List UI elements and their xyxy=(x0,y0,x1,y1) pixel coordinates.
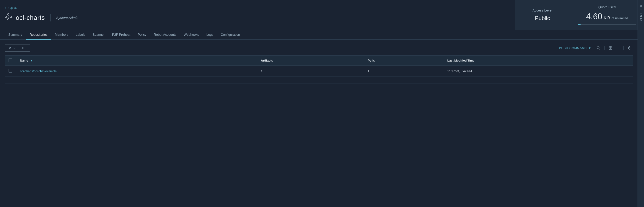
svg-rect-11 xyxy=(611,46,612,48)
row-checkbox[interactable] xyxy=(8,69,12,73)
event-log-label[interactable]: EVENT LOG xyxy=(640,4,642,23)
access-level-label: Access Level xyxy=(532,8,552,12)
svg-line-9 xyxy=(599,49,600,49)
access-level-value: Public xyxy=(535,15,550,21)
svg-rect-12 xyxy=(609,48,610,49)
table-header-checkbox xyxy=(5,55,16,66)
access-level-card: Access Level Public xyxy=(515,0,570,30)
nav-tab-scanner[interactable]: Scanner xyxy=(89,30,108,40)
quota-suffix: of unlimited xyxy=(612,16,628,20)
event-log-panel[interactable]: EVENT LOG xyxy=(638,0,644,207)
toolbar-separator-1 xyxy=(604,46,604,50)
nav-tab-policy[interactable]: Policy xyxy=(134,30,150,40)
nav-tabs: SummaryRepositoriesMembersLabelsScannerP… xyxy=(0,30,644,40)
x-icon: ✕ xyxy=(9,46,12,49)
info-cards: Access Level Public Quota used 4.60 KiB … xyxy=(515,0,644,30)
empty-cell xyxy=(5,77,633,83)
table-header-artifacts: Artifacts xyxy=(257,55,364,66)
svg-rect-13 xyxy=(611,48,612,49)
nav-tab-repositories[interactable]: Repositories xyxy=(26,30,51,40)
table-header-row: Name ▼ Artifacts Pulls Last Modified Tim… xyxy=(5,55,633,66)
nav-tab-robot-accounts[interactable]: Robot Accounts xyxy=(150,30,180,40)
quota-bar xyxy=(578,24,636,25)
nav-tab-logs[interactable]: Logs xyxy=(203,30,217,40)
table-header-name[interactable]: Name ▼ xyxy=(16,55,257,66)
svg-rect-0 xyxy=(8,13,9,15)
quota-unit: KiB xyxy=(604,16,610,20)
row-checkbox-cell xyxy=(5,66,16,77)
row-pulls-cell: 1 xyxy=(364,66,444,77)
empty-row xyxy=(5,77,633,83)
list-view-button[interactable] xyxy=(614,45,621,51)
system-admin-badge: System Admin xyxy=(56,16,78,19)
row-name-cell: oci-charts/oci-chat-example xyxy=(16,66,257,77)
toolbar-separator-2 xyxy=(624,46,624,50)
nav-tab-members[interactable]: Members xyxy=(51,30,72,40)
quota-value: 4.60 KiB of unlimited xyxy=(586,12,628,21)
nav-tab-labels[interactable]: Labels xyxy=(72,30,89,40)
quota-number: 4.60 xyxy=(586,12,602,21)
quota-label: Quota used xyxy=(598,5,616,9)
select-all-checkbox[interactable] xyxy=(8,58,12,62)
header-divider xyxy=(50,14,50,21)
toolbar-right: PUSH COMMAND ▼ xyxy=(557,45,633,51)
main-content: ✕ DELETE PUSH COMMAND ▼ xyxy=(0,40,638,88)
svg-rect-1 xyxy=(5,16,6,17)
delete-label: DELETE xyxy=(14,46,26,49)
search-button[interactable] xyxy=(595,45,602,51)
top-bar: ‹ Projects oci-charts System Admin xyxy=(0,0,644,30)
svg-rect-3 xyxy=(8,19,9,20)
svg-rect-10 xyxy=(609,46,610,48)
push-command-button[interactable]: PUSH COMMAND ▼ xyxy=(557,45,593,51)
push-command-label: PUSH COMMAND xyxy=(559,46,587,50)
table-header-modified: Last Modified Time xyxy=(444,55,633,66)
back-label: Projects xyxy=(6,6,17,9)
view-toggle xyxy=(607,45,621,51)
top-left: ‹ Projects oci-charts System Admin xyxy=(0,3,515,27)
svg-rect-2 xyxy=(10,16,12,17)
nav-tab-summary[interactable]: Summary xyxy=(4,30,26,40)
nav-tab-p2p-preheat[interactable]: P2P Preheat xyxy=(108,30,134,40)
quota-bar-fill xyxy=(578,24,581,25)
quota-card: Quota used 4.60 KiB of unlimited xyxy=(570,0,644,30)
filter-icon[interactable]: ▼ xyxy=(30,59,33,62)
table-header-pulls: Pulls xyxy=(364,55,444,66)
chevron-left-icon: ‹ xyxy=(4,6,6,9)
nav-tab-webhooks[interactable]: Webhooks xyxy=(180,30,203,40)
table-row: oci-charts/oci-chat-example 1 1 11/17/23… xyxy=(5,66,633,77)
repositories-table: Name ▼ Artifacts Pulls Last Modified Tim… xyxy=(4,55,633,83)
refresh-button[interactable] xyxy=(626,45,633,51)
chevron-down-icon: ▼ xyxy=(588,46,591,50)
toolbar: ✕ DELETE PUSH COMMAND ▼ xyxy=(4,44,633,52)
back-link[interactable]: ‹ Projects xyxy=(0,3,515,11)
project-header: oci-charts System Admin xyxy=(0,11,515,27)
grid-view-button[interactable] xyxy=(607,45,614,51)
project-name: oci-charts xyxy=(16,14,45,21)
name-column-label: Name xyxy=(20,59,28,62)
nav-tab-configuration[interactable]: Configuration xyxy=(217,30,244,40)
row-modified-cell: 11/17/23, 5:42 PM xyxy=(444,66,633,77)
network-icon xyxy=(4,13,12,22)
repo-link[interactable]: oci-charts/oci-chat-example xyxy=(20,69,57,73)
delete-button[interactable]: ✕ DELETE xyxy=(4,44,30,52)
row-artifacts-cell: 1 xyxy=(257,66,364,77)
